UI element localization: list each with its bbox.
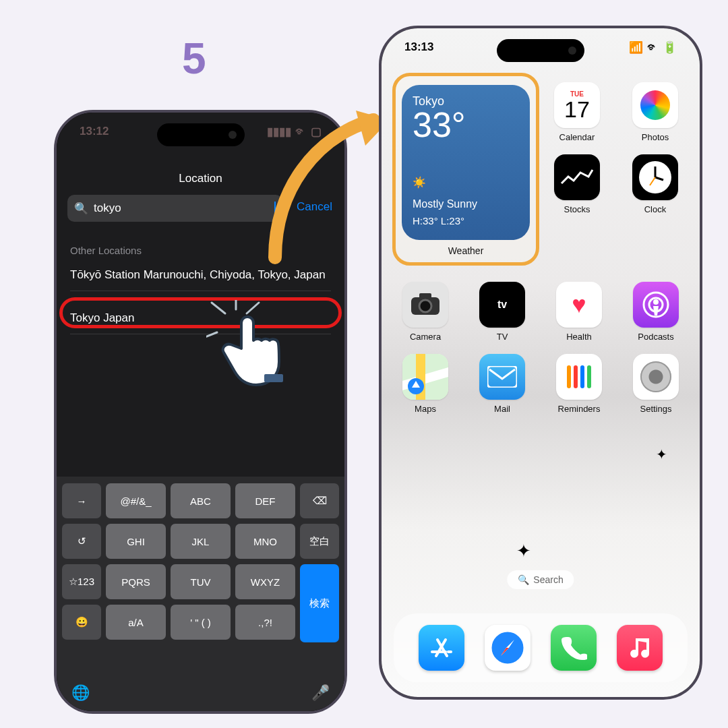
app-podcasts[interactable]: Podcasts — [631, 282, 681, 342]
app-health[interactable]: ♥ Health — [554, 282, 604, 342]
globe-icon[interactable]: 🌐 — [71, 684, 90, 702]
svg-rect-17 — [487, 366, 517, 388]
app-label: Clock — [644, 204, 667, 214]
dynamic-island — [497, 39, 584, 62]
maps-icon — [402, 354, 448, 400]
sparkle-icon: ✦ — [516, 541, 531, 562]
app-calendar[interactable]: TUE 17 Calendar — [551, 82, 603, 142]
signal-icon: 📶 — [629, 40, 643, 55]
key-undo[interactable]: ↺ — [62, 524, 101, 559]
tv-icon: tv — [479, 282, 525, 328]
step-number: 5 — [182, 34, 206, 84]
wifi-icon: ᯤ — [647, 41, 659, 55]
cancel-button[interactable]: Cancel — [297, 200, 332, 214]
key-ghi[interactable]: GHI — [106, 524, 166, 559]
clock-icon — [632, 154, 678, 200]
key-mno[interactable]: MNO — [235, 524, 295, 559]
app-stocks[interactable]: Stocks — [551, 154, 603, 214]
result-row-1[interactable]: Tokyo Japan — [70, 303, 331, 334]
phone-left: 13:12 ▮▮▮▮ ᯤ ▢ Location 🔍 tokyo Cancel O… — [54, 110, 347, 714]
app-mail[interactable]: Mail — [477, 354, 527, 414]
search-field[interactable]: 🔍 tokyo — [67, 195, 282, 222]
settings-icon — [633, 354, 679, 400]
dock-music[interactable] — [617, 625, 663, 671]
camera-icon — [402, 282, 448, 328]
key-punct[interactable]: .,?! — [235, 605, 295, 640]
svg-rect-11 — [419, 293, 431, 299]
app-label: Camera — [410, 332, 441, 342]
app-label: Settings — [640, 404, 672, 414]
dock-safari[interactable] — [485, 625, 530, 671]
wifi-icon: ᯤ — [295, 125, 307, 139]
app-camera[interactable]: Camera — [400, 282, 450, 342]
phone-right: 13:13 📶 ᯤ 🔋 Tokyo 33° ☀️ Mostly Sunny H:… — [379, 26, 702, 700]
key-space[interactable]: 空白 — [300, 524, 339, 559]
mail-icon — [479, 354, 525, 400]
app-label: TV — [497, 332, 508, 342]
signal-icon: ▮▮▮▮ — [267, 125, 291, 139]
key-backspace[interactable]: ⌫ — [300, 483, 339, 518]
mic-icon[interactable]: 🎤 — [311, 684, 330, 702]
app-settings[interactable]: Settings — [631, 354, 681, 414]
spotlight-search[interactable]: 🔍 Search — [507, 570, 574, 589]
app-label: Stocks — [564, 204, 590, 214]
key-emoji[interactable]: 😀 — [62, 605, 101, 640]
app-label: Podcasts — [638, 332, 673, 342]
key-def[interactable]: DEF — [235, 483, 295, 518]
app-photos[interactable]: Photos — [630, 82, 681, 142]
key-jkl[interactable]: JKL — [171, 524, 231, 559]
key-pqrs[interactable]: PQRS — [106, 564, 166, 599]
app-label: Calendar — [559, 132, 595, 142]
search-label: Search — [533, 574, 563, 585]
search-icon: 🔍 — [74, 202, 88, 216]
stocks-icon — [554, 154, 600, 200]
key-tuv[interactable]: TUV — [171, 564, 231, 599]
result-row-0[interactable]: Tōkyō Station Marunouchi, Chiyoda, Tokyo… — [70, 260, 331, 291]
app-label: Health — [566, 332, 592, 342]
app-label: Maps — [415, 404, 436, 414]
app-clock[interactable]: Clock — [630, 154, 681, 214]
status-icons: 📶 ᯤ 🔋 — [629, 40, 677, 55]
results-header: Other Locations — [70, 245, 142, 256]
app-label: Mail — [494, 404, 510, 414]
key-next[interactable]: → — [62, 483, 101, 518]
app-label: Reminders — [558, 404, 601, 414]
status-time: 13:13 — [404, 40, 433, 55]
app-grid: TUE 17 Calendar Photos Stocks — [382, 82, 700, 426]
search-query: tokyo — [94, 202, 269, 215]
app-tv[interactable]: tv TV — [477, 282, 527, 342]
key-wxyz[interactable]: WXYZ — [235, 564, 295, 599]
app-maps[interactable]: Maps — [400, 354, 450, 414]
status-time: 13:12 — [80, 125, 109, 139]
battery-icon: ▢ — [311, 125, 322, 139]
dock-appstore[interactable] — [419, 625, 464, 671]
keyboard: → @#/&_ ABC DEF ⌫ ↺ GHI JKL MNO 空白 ☆123 … — [57, 477, 344, 711]
key-sym[interactable]: @#/&_ — [106, 483, 166, 518]
key-quotes[interactable]: ' " ( ) — [171, 605, 231, 640]
photos-icon — [632, 82, 678, 128]
key-123[interactable]: ☆123 — [62, 564, 101, 599]
dock — [394, 613, 688, 682]
status-icons: ▮▮▮▮ ᯤ ▢ — [267, 125, 322, 139]
dock-phone[interactable] — [551, 625, 597, 671]
dynamic-island — [157, 123, 245, 146]
svg-rect-4 — [264, 374, 283, 382]
podcasts-icon — [633, 282, 679, 328]
sparkle-icon: ✦ — [656, 446, 667, 462]
battery-icon: 🔋 — [663, 40, 677, 55]
app-label: Photos — [642, 132, 669, 142]
svg-point-10 — [419, 300, 431, 312]
reminders-icon — [556, 354, 602, 400]
sheet-title: Location — [57, 172, 344, 185]
calendar-icon: TUE 17 — [554, 82, 600, 128]
svg-point-14 — [653, 299, 659, 305]
app-reminders[interactable]: Reminders — [554, 354, 604, 414]
health-icon: ♥ — [556, 282, 602, 328]
text-caret — [274, 202, 276, 215]
key-abc[interactable]: ABC — [171, 483, 231, 518]
search-icon: 🔍 — [518, 574, 529, 585]
key-case[interactable]: a/A — [106, 605, 166, 640]
